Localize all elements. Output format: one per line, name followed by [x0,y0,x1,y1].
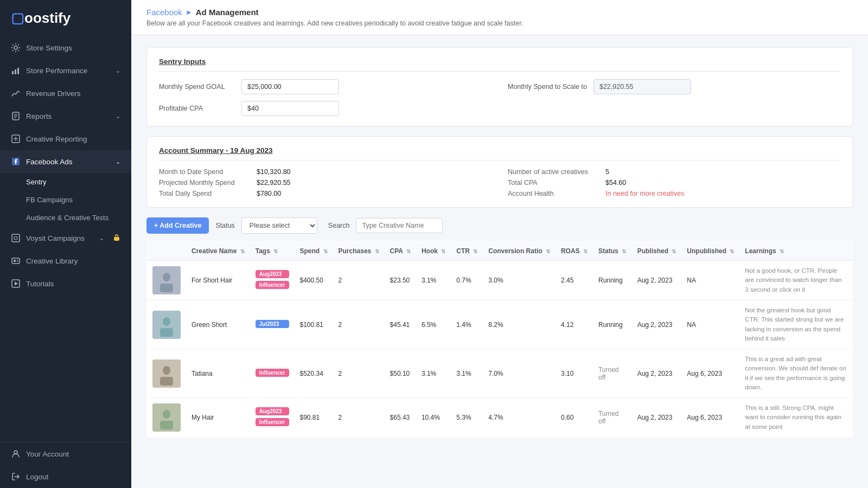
breadcrumb: Facebook ► Ad Management [146,8,853,17]
col-learnings[interactable]: Learnings ⇅ [739,242,852,261]
svg-rect-12 [12,234,20,242]
sidebar-item-your-account[interactable]: Your Account [0,442,131,465]
monthly-spend-goal-input[interactable] [241,79,339,94]
cell-cpa: $50.10 [385,349,416,398]
sidebar-item-label: Store Performance [26,67,87,75]
sidebar-item-voysit-campaigns[interactable]: Voysit Campaigns ⌄ [0,227,131,249]
input-label-monthly-spend-goal: Monthly Spend GOAL [159,83,235,91]
sidebar-item-creative-reporting[interactable]: Creative Reporting [0,127,131,150]
sidebar-item-label: Tutorials [26,280,54,288]
cell-conversion-ratio: 3.0% [483,261,556,300]
cell-hook: 6.5% [416,300,451,349]
cell-tags: Influencer [250,349,295,398]
sidebar-item-revenue-drivers[interactable]: Revenue Drivers [0,82,131,105]
col-conversion-ratio[interactable]: Conversion Ratio ⇅ [483,242,556,261]
summary-left: Month to Date Spend $10,320.80 Projected… [159,168,492,197]
sidebar-item-label: Your Account [26,450,69,458]
logout-icon [11,472,21,481]
col-creative-name[interactable]: Creative Name ⇅ [186,242,250,261]
sidebar-sub-audience-tests[interactable]: Audience & Creative Tests [0,209,131,227]
col-unpublished[interactable]: Unpublished ⇅ [681,242,739,261]
col-cpa[interactable]: CPA ⇅ [385,242,416,261]
sidebar-item-store-settings[interactable]: Store Settings [0,36,131,59]
cell-published: Aug 2, 2023 [632,398,682,438]
cell-creative-name: Green Short [186,300,250,349]
reports-icon [11,111,21,121]
summary-label: Number of active creatives [508,168,600,176]
cell-conversion-ratio: 4.7% [483,398,556,438]
sidebar: ▢oostify Store Settings Store Performanc… [0,0,131,488]
summary-row-account-health: Account Health In need for more creative… [508,190,840,197]
input-row-monthly-spend-goal: Monthly Spend GOAL [159,79,492,94]
cell-learnings: Not the greatest hook but good CTR. This… [739,300,852,349]
cell-roas: 0.60 [556,398,593,438]
inputs-grid: Monthly Spend GOAL Monthly Spend to Scal… [159,79,840,116]
cell-thumb [147,261,187,300]
input-label-profitable-cpa: Profitable CPA [159,105,235,112]
cell-conversion-ratio: 7.0% [483,349,556,398]
sidebar-sub-label: FB Campaigns [26,196,73,204]
cell-ctr: 3.1% [451,349,483,398]
sidebar-item-label: Revenue Drivers [26,89,81,98]
summary-right: Number of active creatives 5 Total CPA $… [508,168,840,197]
cell-unpublished: Aug 6, 2023 [681,398,739,438]
tutorials-icon [11,279,21,288]
sidebar-sub-fb-campaigns[interactable]: FB Campaigns [0,191,131,209]
sidebar-item-label: Logout [26,473,48,481]
cell-learnings: Not a good hook, or CTR. People are conv… [739,261,852,300]
cell-ctr: 5.3% [451,398,483,438]
col-published[interactable]: Published ⇅ [632,242,682,261]
summary-value: $22,920.55 [257,179,291,187]
add-creative-button[interactable]: + Add Creative [146,217,209,234]
sidebar-item-label: Facebook Ads [26,158,73,166]
col-ctr[interactable]: CTR ⇅ [451,242,483,261]
summary-value: $10,320.80 [257,168,291,176]
cell-spend: $100.81 [295,300,333,349]
chart-icon [11,66,21,75]
sidebar-item-facebook-ads[interactable]: Facebook Ads ⌄ [0,150,131,173]
col-spend[interactable]: Spend ⇅ [295,242,333,261]
chevron-down-icon: ⌄ [99,235,104,242]
breadcrumb-current: Ad Management [196,8,259,17]
page-content: Sentry Inputs Monthly Spend GOAL Monthly… [131,35,868,488]
cell-purchases: 2 [333,398,385,438]
col-roas[interactable]: ROAS ⇅ [556,242,593,261]
sentry-inputs-section: Sentry Inputs Monthly Spend GOAL Monthly… [146,47,853,126]
status-filter-select[interactable]: Please select Running Turned off [241,217,317,234]
monthly-spend-scale-input[interactable] [593,79,691,94]
breadcrumb-parent[interactable]: Facebook [146,8,182,17]
col-hook[interactable]: Hook ⇅ [416,242,451,261]
sidebar-item-store-performance[interactable]: Store Performance ⌄ [0,59,131,82]
settings-icon [11,43,21,53]
account-icon [11,449,21,459]
lock-icon [113,234,120,243]
summary-row-active-creatives: Number of active creatives 5 [508,168,840,176]
cell-roas: 4.12 [556,300,593,349]
cell-hook: 3.1% [416,261,451,300]
cell-status: Turned off [593,398,632,438]
account-health-value: In need for more creatives [605,190,684,197]
cell-hook: 3.1% [416,349,451,398]
logo[interactable]: ▢oostify [0,0,131,36]
svg-rect-3 [17,68,19,74]
col-status[interactable]: Status ⇅ [593,242,632,261]
sentry-inputs-title: Sentry Inputs [159,57,840,72]
sidebar-item-label: Store Settings [26,44,72,52]
sidebar-item-creative-library[interactable]: Creative Library [0,249,131,272]
sidebar-item-reports[interactable]: Reports ⌄ [0,105,131,127]
cell-creative-name: Tatiana [186,349,250,398]
col-purchases[interactable]: Purchases ⇅ [333,242,385,261]
sidebar-item-logout[interactable]: Logout [0,465,131,488]
summary-row-projected: Projected Monthly Spend $22,920.55 [159,179,492,187]
svg-point-30 [163,366,170,375]
brand-name: ▢oostify [11,10,71,27]
profitable-cpa-input[interactable] [241,101,339,116]
sidebar-item-tutorials[interactable]: Tutorials [0,272,131,295]
svg-point-13 [14,236,17,240]
cell-published: Aug 2, 2023 [632,261,682,300]
cell-status: Running [593,300,632,349]
search-input[interactable] [356,218,443,233]
col-tags[interactable]: Tags ⇅ [250,242,295,261]
cell-thumb [147,300,187,349]
sidebar-sub-sentry[interactable]: Sentry [0,173,131,191]
